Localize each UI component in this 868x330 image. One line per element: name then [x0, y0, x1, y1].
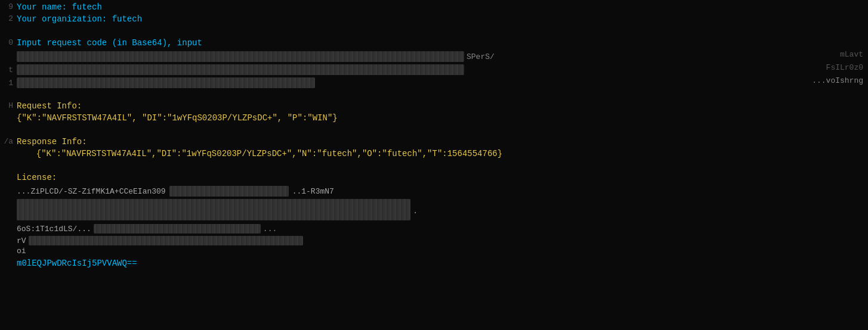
response-info-label: Response Info: — [17, 137, 87, 147]
line-request-info-label: H Request Info: — [0, 101, 868, 113]
blank-line-2 — [0, 89, 868, 101]
response-info-data: {"K":"NAVFRSTSTW47A4IL","DI":"1wYFqS0203… — [26, 149, 502, 158]
right-label-voishrng: ...voIshrng — [812, 76, 863, 85]
blank-line-4 — [0, 161, 868, 173]
line-num: 2 — [2, 14, 13, 23]
your-name-text: Your name: futech — [17, 2, 102, 12]
license-end-line: m0lEQJPwDRcIsIj5PVVAWQ== — [0, 259, 868, 270]
redacted-block-1 — [17, 51, 464, 62]
bottom-line — [0, 270, 868, 282]
request-info-data: {"K":"NAVFRSTSTW47A4IL", "DI":"1wYFqS020… — [17, 113, 338, 123]
your-org-text: Your organization: futech — [17, 14, 142, 24]
license-redacted-block: . — [0, 198, 868, 223]
license-partial-mid: ..1-R3mN7 — [292, 187, 334, 196]
partial-text-spers: SPerS/ — [467, 52, 495, 61]
license-redact-6os — [94, 224, 261, 234]
license-6os-text: 6oS:1T1c1dLS/... — [17, 225, 91, 234]
terminal-window: 9 Your name: futech 2 Your organization:… — [0, 0, 868, 330]
request-info-label: Request Info: — [17, 101, 82, 111]
line-license-label: License: — [0, 173, 868, 185]
line-num: 9 — [2, 2, 13, 11]
line-num: 0 — [2, 38, 13, 47]
license-6os-end: ... — [263, 225, 277, 234]
license-oi-text: oi — [17, 247, 26, 256]
license-rv-text: rV — [17, 236, 26, 245]
right-label-mlavt: mLavt — [840, 50, 863, 59]
redacted-line-1: SPerS/ mLavt — [0, 50, 868, 63]
license-rv-line: rV — [0, 235, 868, 247]
line-num: /a — [2, 137, 13, 146]
line-your-org: 2 Your organization: futech — [0, 14, 868, 26]
license-redacted-line-1: ...ZiPLCD/-SZ-ZifMK1A+CCeEIan309 ..1-R3m… — [0, 185, 868, 198]
license-label: License: — [17, 173, 57, 182]
line-num: t — [2, 66, 13, 74]
blank-line-1 — [0, 26, 868, 38]
blank-line-3 — [0, 125, 868, 137]
license-redact-rv — [29, 236, 303, 245]
license-end-text: m0lEQJPwDRcIsIj5PVVAWQ== — [17, 259, 137, 268]
redacted-line-3: 1 ...voIshrng — [0, 76, 868, 89]
license-dot: . — [413, 206, 418, 216]
license-oi-line: oi — [0, 247, 868, 259]
line-num: 1 — [2, 79, 13, 88]
line-response-info-data: {"K":"NAVFRSTSTW47A4IL","DI":"1wYFqS0203… — [0, 149, 868, 161]
redacted-block-3 — [17, 77, 315, 88]
input-request-text: Input request code (in Base64), input — [17, 38, 202, 48]
line-num: H — [2, 101, 13, 110]
license-6os-line: 6oS:1T1c1dLS/... ... — [0, 223, 868, 235]
license-redact-large — [17, 199, 410, 220]
redacted-line-2: t FsILr0z0 — [0, 63, 868, 76]
license-partial-start: ...ZiPLCD/-SZ-ZifMK1A+CCeEIan309 — [17, 187, 166, 196]
line-your-name: 9 Your name: futech — [0, 2, 868, 14]
license-redact-1 — [169, 186, 289, 197]
right-label-fsilr: FsILr0z0 — [826, 63, 863, 72]
redacted-block-2 — [17, 64, 464, 75]
line-request-info-data: {"K":"NAVFRSTSTW47A4IL", "DI":"1wYFqS020… — [0, 113, 868, 125]
line-input-request: 0 Input request code (in Base64), input — [0, 38, 868, 50]
line-response-info-label: /a Response Info: — [0, 137, 868, 149]
